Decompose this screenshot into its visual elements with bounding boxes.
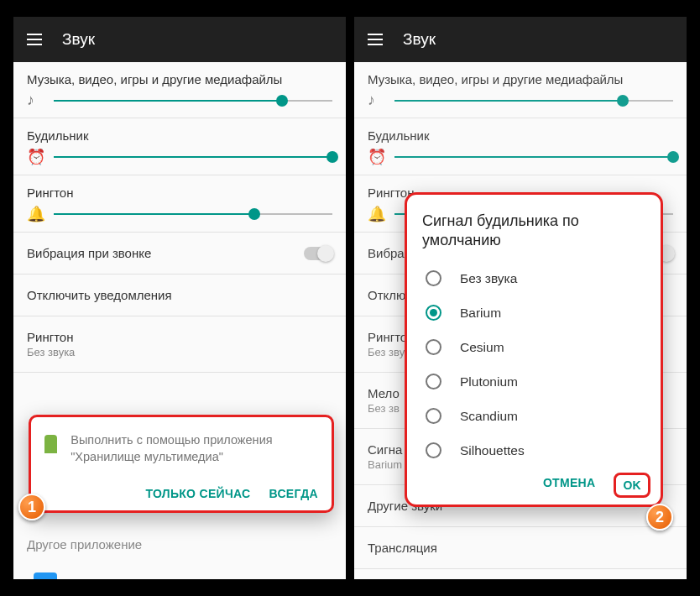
setting-ringtone[interactable]: Рингтон Без звука (13, 316, 346, 373)
bell-icon: 🔔 (368, 205, 384, 223)
radio-label: Без звука (460, 271, 517, 286)
alarm-icon: ⏰ (27, 148, 44, 166)
radio-option[interactable]: Silhouettes (422, 433, 645, 468)
ring-slider[interactable] (54, 206, 332, 222)
radio-option[interactable]: Plutonium (422, 364, 645, 399)
alarm-icon: ⏰ (368, 148, 384, 166)
setting-vibrate[interactable]: Вибрация при звонке (13, 233, 346, 274)
ok-button[interactable]: OK (614, 473, 650, 498)
setting-disable-notif[interactable]: Отключить уведомления (13, 274, 346, 316)
switch-icon[interactable] (304, 247, 332, 260)
appbar: Звук (354, 17, 687, 62)
always-button[interactable]: ВСЕГДА (269, 487, 319, 500)
menu-icon[interactable] (368, 34, 383, 45)
content-right: Музыка, видео, игры и другие медиафайлы … (354, 62, 687, 579)
slider-media: Музыка, видео, игры и другие медиафайлы … (354, 62, 687, 118)
appbar-title: Звук (62, 30, 95, 49)
radio-label: Barium (460, 306, 501, 321)
slider-alarm: Будильник ⏰ (13, 118, 346, 175)
app-es[interactable]: ES Проводник (27, 562, 332, 579)
music-note-icon: ♪ (27, 91, 44, 109)
media-slider[interactable] (54, 92, 332, 109)
menu-icon[interactable] (27, 34, 42, 45)
radio-icon (426, 374, 441, 389)
radio-label: Scandium (460, 409, 518, 424)
dialog-title: Сигнал будильника по умолчанию (422, 212, 645, 249)
bell-icon: 🔔 (27, 205, 44, 223)
setting-cast[interactable]: Трансляция (354, 527, 687, 569)
radio-icon (426, 339, 441, 355)
radio-option[interactable]: Scandium (422, 399, 645, 433)
radio-icon (426, 305, 441, 321)
alarm-slider[interactable] (54, 149, 332, 165)
callout-1: 1 (18, 494, 45, 520)
app-list: ES Проводник Amaze (27, 562, 332, 579)
android-icon (44, 435, 57, 453)
phone-left: Звук Музыка, видео, игры и другие медиаф… (13, 17, 346, 579)
radio-label: Plutonium (460, 374, 518, 389)
es-icon (34, 572, 57, 579)
content-left: Музыка, видео, игры и другие медиафайлы … (13, 62, 346, 579)
slider-ring: Рингтон 🔔 (13, 175, 346, 233)
radio-icon (426, 408, 441, 424)
dialog-text: Выполнить с помощью приложения "Хранилищ… (71, 432, 318, 465)
radio-option[interactable]: Без звука (422, 261, 645, 295)
alarm-ringtone-dialog: Сигнал будильника по умолчанию Без звука… (405, 192, 663, 507)
open-with-dialog: Выполнить с помощью приложения "Хранилищ… (29, 415, 334, 513)
cancel-button[interactable]: ОТМЕНА (543, 476, 595, 494)
other-app-label: Другое приложение (27, 537, 142, 552)
music-note-icon: ♪ (368, 91, 384, 109)
radio-option[interactable]: Cesium (422, 330, 645, 364)
radio-option[interactable]: Barium (422, 295, 645, 330)
radio-list: Без звукаBariumCesiumPlutoniumScandiumSi… (422, 261, 645, 468)
radio-icon (426, 442, 441, 458)
appbar-title: Звук (403, 30, 436, 49)
slider-media: Музыка, видео, игры и другие медиафайлы … (13, 62, 346, 118)
radio-icon (426, 270, 441, 286)
phone-right: Звук Музыка, видео, игры и другие медиаф… (354, 17, 687, 579)
slider-alarm: Будильник ⏰ (354, 118, 687, 175)
radio-label: Silhouettes (460, 443, 525, 458)
callout-2: 2 (646, 504, 673, 531)
radio-label: Cesium (460, 340, 504, 355)
appbar: Звук (13, 17, 346, 62)
just-once-button[interactable]: ТОЛЬКО СЕЙЧАС (145, 487, 250, 500)
